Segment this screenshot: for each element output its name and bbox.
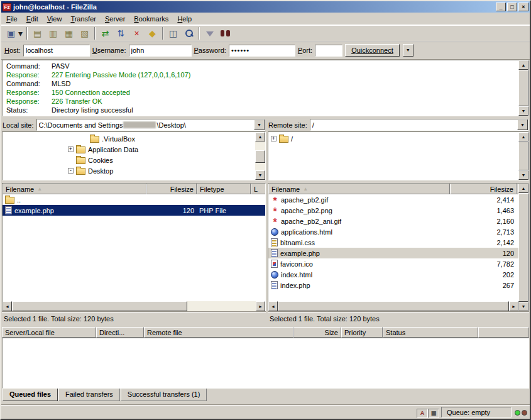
log-scrollbar-thumb[interactable]: [518, 70, 528, 106]
local-tree-scrollbar-up-icon[interactable]: ▲: [255, 132, 265, 141]
password-input[interactable]: [229, 45, 295, 57]
remote-list-scrollbar-down-icon[interactable]: ▼: [518, 302, 528, 311]
remote-file-row[interactable]: *apache_pb2.png1,463: [268, 205, 518, 216]
port-input[interactable]: [315, 45, 342, 57]
remote-list-scrollbar-thumb[interactable]: [518, 193, 528, 302]
remote-tree-scrollbar-up-icon[interactable]: ▲: [518, 132, 528, 141]
close-button[interactable]: ×: [518, 3, 528, 11]
filter-button[interactable]: [202, 26, 217, 40]
local-list-hscrollbar[interactable]: ◄►: [3, 301, 265, 311]
log-scrollbar-up-icon[interactable]: ▲: [518, 60, 528, 70]
local-column-header-l[interactable]: L: [251, 184, 265, 194]
toggle-local-tree-button[interactable]: ▥: [45, 26, 61, 40]
local-tree-scrollbar-thumb[interactable]: [255, 150, 265, 163]
remote-list-scrollbar-thumb[interactable]: [278, 301, 509, 311]
remote-file-row[interactable]: favicon.ico7,782: [268, 258, 518, 269]
menu-item-server[interactable]: Server: [101, 13, 129, 25]
local-column-header-filesize[interactable]: Filesize: [146, 184, 197, 194]
remote-file-row[interactable]: *apache_pb2.gif2,414: [268, 194, 518, 205]
local-site-combo[interactable]: C:\Documents and Settings\Desktop\ ▼: [36, 119, 265, 131]
tree-expander-icon[interactable]: +: [68, 146, 74, 152]
username-input[interactable]: [129, 45, 192, 57]
remote-tree-scrollbar-down-icon[interactable]: ▼: [518, 170, 528, 180]
tab-successful-transfers-1[interactable]: Successful transfers (1): [121, 389, 207, 401]
log-scrollbar-down-icon[interactable]: ▼: [518, 106, 528, 116]
tree-expander-icon[interactable]: -: [68, 168, 74, 174]
search-button[interactable]: [181, 26, 197, 40]
tab-queued-files[interactable]: Queued files: [3, 389, 58, 401]
quickconnect-dropdown[interactable]: ▼: [403, 44, 413, 57]
remote-site-dropdown-icon[interactable]: ▼: [517, 119, 528, 130]
toggle-queue-button[interactable]: ▧: [77, 26, 92, 40]
toggle-remote-tree-button[interactable]: ▦: [61, 26, 77, 40]
remote-list-scrollbar-track[interactable]: [278, 301, 509, 311]
cancel-button[interactable]: ×: [129, 26, 145, 40]
local-tree-item[interactable]: +Application Data: [3, 144, 255, 155]
queue-column-header-size[interactable]: Size: [293, 327, 341, 338]
queue-column-header-server-local-file[interactable]: Server/Local file: [2, 327, 96, 338]
host-input[interactable]: [23, 45, 90, 57]
tree-expander-icon[interactable]: +: [271, 136, 276, 141]
title-bar[interactable]: Fz john@localhost - FileZilla _ □ ×: [1, 1, 530, 13]
remote-column-header-filename[interactable]: Filename▲: [268, 184, 450, 194]
remote-file-row[interactable]: bitnami.css2,142: [268, 237, 518, 248]
refresh-button[interactable]: ⇄: [97, 26, 113, 40]
disconnect-button[interactable]: ◆: [145, 26, 160, 40]
remote-tree-scrollbar-thumb[interactable]: [518, 141, 528, 170]
remote-file-row[interactable]: index.html202: [268, 269, 518, 280]
menu-item-transfer[interactable]: Transfer: [66, 13, 101, 25]
minimize-button[interactable]: _: [496, 3, 506, 11]
remote-column-header-filesize[interactable]: Filesize: [450, 184, 517, 194]
queue-body: [2, 338, 529, 389]
toggle-log-button[interactable]: ▤: [30, 26, 45, 40]
remote-list-scrollbar-up-icon[interactable]: ▲: [518, 184, 528, 193]
remote-list-scrollbar-track[interactable]: [518, 193, 528, 302]
remote-list-scrollbar-right-icon[interactable]: ►: [509, 301, 518, 311]
queue-column-header-remote-file[interactable]: Remote file: [144, 327, 293, 338]
remote-file-row[interactable]: applications.html2,713: [268, 226, 518, 237]
remote-file-row[interactable]: *apache_pb2_ani.gif2,160: [268, 216, 518, 226]
local-tree-item[interactable]: -Desktop: [3, 165, 255, 176]
queue-column-header-priority[interactable]: Priority: [341, 327, 383, 338]
remote-tree-item[interactable]: +/: [268, 133, 518, 144]
log-scrollbar[interactable]: ▲▼: [518, 60, 528, 116]
quickconnect-button[interactable]: Quickconnect: [345, 44, 400, 57]
menu-item-file[interactable]: File: [2, 13, 22, 25]
remote-list-hscrollbar[interactable]: ◄►: [268, 301, 518, 311]
local-column-header-filename[interactable]: Filename▲: [3, 184, 146, 194]
local-tree-scrollbar[interactable]: ▲▼: [255, 132, 265, 180]
local-site-dropdown-icon[interactable]: ▼: [254, 119, 265, 130]
local-tree-item[interactable]: Cookies: [3, 155, 255, 165]
local-list-scrollbar-right-icon[interactable]: ►: [256, 301, 265, 311]
local-list-scrollbar-track[interactable]: [12, 301, 256, 311]
local-file-row[interactable]: example.php120PHP File: [3, 205, 265, 216]
maximize-button[interactable]: □: [507, 3, 517, 11]
local-file-row[interactable]: ..: [3, 194, 265, 205]
log-scrollbar-track[interactable]: [518, 70, 528, 106]
menu-item-edit[interactable]: Edit: [22, 13, 43, 25]
remote-list-scrollbar-left-icon[interactable]: ◄: [268, 301, 278, 311]
site-manager-dropdown[interactable]: ▾: [16, 26, 25, 40]
remote-file-row[interactable]: example.php120: [268, 248, 518, 258]
tab-failed-transfers[interactable]: Failed transfers: [58, 389, 120, 401]
process-queue-button[interactable]: ⇅: [113, 26, 129, 40]
local-tree-scrollbar-track[interactable]: [255, 141, 265, 170]
menu-item-help[interactable]: Help: [173, 13, 196, 25]
remote-site-combo[interactable]: / ▼: [310, 119, 528, 131]
remote-tree-scrollbar[interactable]: ▲▼: [518, 132, 528, 180]
remote-list-vscrollbar[interactable]: ▲▼: [518, 184, 528, 311]
menu-item-view[interactable]: View: [43, 13, 67, 25]
menu-item-bookmarks[interactable]: Bookmarks: [129, 13, 173, 25]
local-column-header-filetype[interactable]: Filetype: [197, 184, 251, 194]
directory-comparison-button[interactable]: ◫: [165, 26, 181, 40]
find-files-button[interactable]: [217, 26, 233, 40]
remote-tree-scrollbar-track[interactable]: [518, 141, 528, 170]
local-list-scrollbar-thumb[interactable]: [12, 301, 187, 311]
queue-column-header-directi[interactable]: Directi...: [96, 327, 144, 338]
local-list-scrollbar-left-icon[interactable]: ◄: [3, 301, 12, 311]
local-tree-scrollbar-down-icon[interactable]: ▼: [255, 170, 265, 180]
queue-column-header-status[interactable]: Status: [383, 327, 478, 338]
local-tree-item[interactable]: .VirtualBox: [3, 133, 255, 144]
remote-file-row[interactable]: index.php267: [268, 280, 518, 290]
local-list-header: Filename▲FilesizeFiletypeL: [3, 184, 265, 194]
